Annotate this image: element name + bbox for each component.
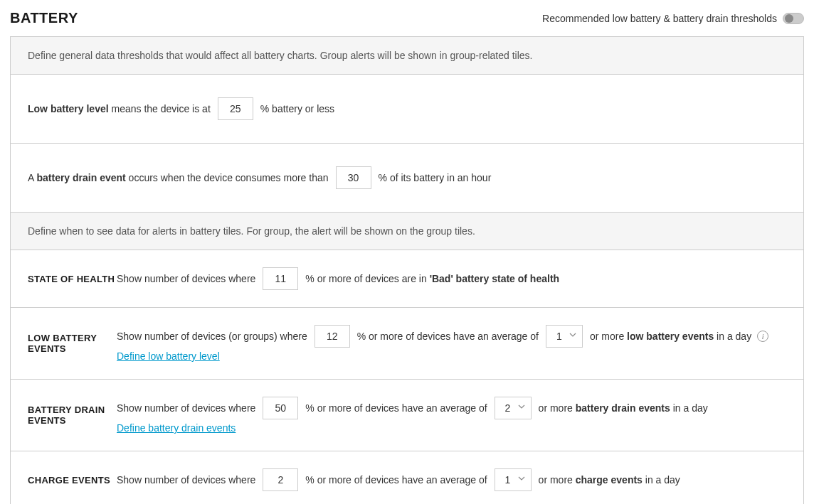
lbe-suffix-bold: low battery events [627,331,714,342]
bde-suffix-bold: battery drain events [576,402,670,414]
battery-drain-events-row: BATTERY DRAIN EVENTS Show number of devi… [11,380,803,451]
low-battery-events-row: LOW BATTERY EVENTS Show number of device… [11,308,803,380]
state-of-health-label: STATE OF HEALTH [28,274,117,284]
charge-events-input[interactable] [263,468,298,491]
lbe-suffix1: or more [590,331,627,342]
drain-mid-text: occurs when the device consumes more tha… [126,172,329,183]
ce-select-value: 1 [505,474,511,486]
lbe-suffix2: in a day [714,331,751,342]
chevron-down-icon [518,404,525,412]
battery-drain-events-select[interactable]: 2 [495,397,532,419]
drain-label: battery drain event [36,172,125,183]
state-of-health-row: STATE OF HEALTH Show number of devices w… [11,250,803,308]
battery-drain-event-row: A battery drain event occurs when the de… [11,144,803,213]
ce-prefix: Show number of devices where [117,474,255,486]
battery-drain-events-label: BATTERY DRAIN EVENTS [28,404,117,426]
low-battery-level-row: Low battery level means the device is at… [11,75,803,144]
battery-drain-events-input[interactable] [263,397,298,419]
low-battery-events-select[interactable]: 1 [546,325,583,348]
chevron-down-icon [518,476,525,483]
ce-mid: % or more of devices have an average of [305,474,487,486]
bde-suffix1: or more [539,402,576,414]
bde-suffix2: in a day [670,402,708,414]
charge-events-row: CHARGE EVENTS Show number of devices whe… [11,451,803,504]
bde-prefix: Show number of devices where [117,402,255,414]
charge-events-label: CHARGE EVENTS [28,475,117,486]
soh-suffix-bold: 'Bad' battery state of health [430,273,559,284]
define-battery-drain-link[interactable]: Define battery drain events [117,422,236,434]
info-icon[interactable]: i [757,331,768,342]
low-battery-suffix: % battery or less [260,103,334,114]
page-title: BATTERY [10,10,78,26]
chevron-down-icon [569,333,576,340]
charge-events-select[interactable]: 1 [495,468,532,491]
lbe-prefix: Show number of devices (or groups) where [117,331,307,342]
drain-prefix: A [28,172,36,183]
battery-settings-panel: Define general data thresholds that woul… [10,36,804,504]
recommended-toggle[interactable] [783,13,804,24]
ce-suffix-bold: charge events [576,474,643,486]
low-battery-level-input[interactable] [218,97,253,120]
ce-suffix1: or more [539,474,576,486]
low-battery-label: Low battery level [28,103,109,114]
soh-prefix: Show number of devices where [117,273,255,284]
alerts-intro: Define when to see data for alerts in ba… [11,213,803,250]
ce-suffix2: in a day [643,474,680,486]
low-battery-events-label: LOW BATTERY EVENTS [28,333,117,354]
state-of-health-input[interactable] [263,267,298,290]
bde-select-value: 2 [505,402,511,414]
recommended-toggle-group: Recommended low battery & battery drain … [542,13,804,24]
soh-suffix-plain: % or more of devices are in [305,273,429,284]
battery-drain-input[interactable] [336,166,371,189]
low-battery-events-input[interactable] [314,325,350,348]
recommended-toggle-label: Recommended low battery & battery drain … [542,13,777,24]
define-low-battery-link[interactable]: Define low battery level [117,350,220,362]
general-intro: Define general data thresholds that woul… [11,37,803,75]
low-battery-mid-text: means the device is at [109,103,211,114]
lbe-select-value: 1 [556,331,562,342]
lbe-mid: % or more of devices have an average of [357,331,539,342]
drain-suffix: % of its battery in an hour [379,172,492,183]
bde-mid: % or more of devices have an average of [305,402,487,414]
